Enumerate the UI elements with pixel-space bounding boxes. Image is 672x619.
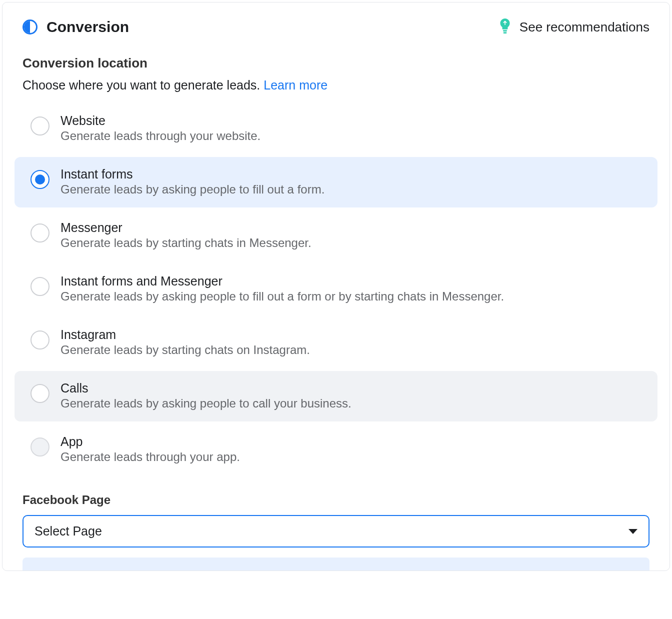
radio-option-app[interactable]: AppGenerate leads through your app. [14,424,658,475]
facebook-page-title: Facebook Page [22,493,650,507]
option-title: Instant forms [60,167,324,182]
see-recommendations-button[interactable]: See recommendations [500,18,650,36]
radio-option-instagram[interactable]: InstagramGenerate leads by starting chat… [14,318,658,368]
option-title: Instagram [60,328,310,342]
option-body: AppGenerate leads through your app. [60,434,240,464]
option-body: MessengerGenerate leads by starting chat… [60,220,312,250]
option-description: Generate leads by asking people to fill … [60,182,324,196]
option-description: Generate leads through your website. [60,129,260,143]
option-title: Messenger [60,220,312,235]
option-body: WebsiteGenerate leads through your websi… [60,114,260,143]
caret-down-icon [628,529,638,534]
option-description: Generate leads by asking people to call … [60,396,352,410]
option-title: Calls [60,381,352,396]
notice-bar [22,558,650,570]
svg-rect-1 [503,32,506,34]
header-left: Conversion [22,18,129,36]
radio-circle[interactable] [30,224,50,242]
conversion-location-section: Conversion location Choose where you wan… [2,56,670,475]
conversion-panel: Conversion See recommendations Conversio… [2,2,670,571]
conversion-location-options: WebsiteGenerate leads through your websi… [14,104,658,475]
radio-option-instant-forms[interactable]: Instant formsGenerate leads by asking pe… [14,157,658,208]
radio-option-website[interactable]: WebsiteGenerate leads through your websi… [14,104,658,154]
option-title: App [60,434,240,449]
page-title: Conversion [46,18,129,36]
conversion-location-description: Choose where you want to generate leads.… [22,78,650,92]
option-description: Generate leads through your app. [60,450,240,464]
recommendations-label: See recommendations [520,20,650,35]
option-description: Generate leads by starting chats on Inst… [60,343,310,357]
radio-option-messenger[interactable]: MessengerGenerate leads by starting chat… [14,210,658,261]
select-page-dropdown[interactable]: Select Page [22,515,650,548]
radio-dot-icon [35,174,45,184]
conversion-location-desc-text: Choose where you want to generate leads. [22,78,264,92]
option-body: CallsGenerate leads by asking people to … [60,381,352,410]
radio-circle[interactable] [30,384,50,403]
option-title: Instant forms and Messenger [60,274,504,288]
option-description: Generate leads by starting chats in Mess… [60,236,312,250]
option-body: Instant formsGenerate leads by asking pe… [60,167,324,196]
learn-more-link[interactable]: Learn more [264,78,328,92]
facebook-page-section: Facebook Page Select Page [2,478,670,570]
radio-option-instant-forms-and-messenger[interactable]: Instant forms and MessengerGenerate lead… [14,264,658,314]
radio-circle[interactable] [30,330,50,350]
radio-circle[interactable] [30,438,50,456]
conversion-location-title: Conversion location [22,56,650,71]
option-body: Instant forms and MessengerGenerate lead… [60,274,504,304]
lightbulb-icon [500,18,510,36]
radio-circle[interactable] [30,116,50,136]
select-page-label: Select Page [34,524,102,538]
conversion-progress-icon [22,20,38,34]
radio-circle[interactable] [30,170,50,189]
radio-circle[interactable] [30,277,50,296]
svg-rect-0 [503,30,507,32]
option-description: Generate leads by asking people to fill … [60,290,504,304]
panel-header: Conversion See recommendations [2,18,670,36]
option-body: InstagramGenerate leads by starting chat… [60,328,310,357]
option-title: Website [60,114,260,128]
radio-option-calls[interactable]: CallsGenerate leads by asking people to … [14,371,658,422]
